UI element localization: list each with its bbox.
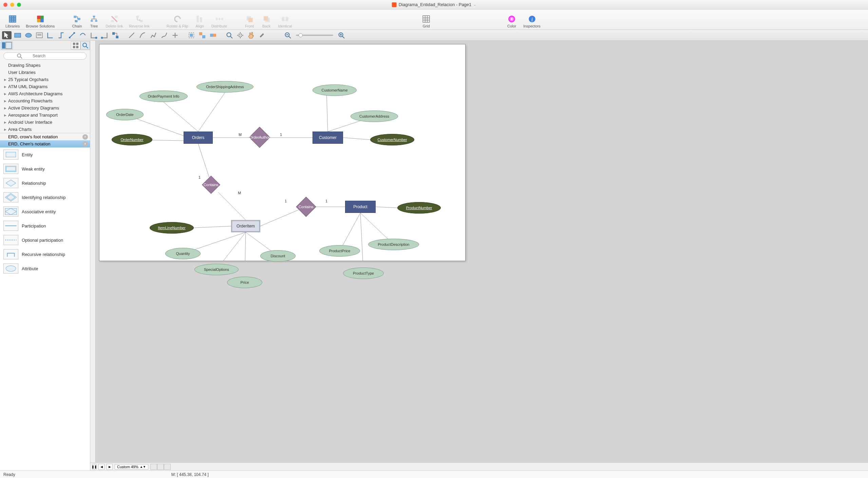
key-attribute-3[interactable]: ProductNumber <box>397 202 441 214</box>
line-tool-3[interactable] <box>149 31 158 39</box>
zoom-selector[interactable]: Custom 49%▲▼ <box>115 464 148 470</box>
relationship-contains1[interactable]: Contains <box>202 176 220 194</box>
library-accounting-flowcharts[interactable]: ▶Accounting Flowcharts <box>0 97 90 104</box>
toolbar-browse-solutions[interactable]: Browse Solutions <box>23 11 57 29</box>
entity-customer[interactable]: Customer <box>313 132 343 144</box>
minimize-button[interactable] <box>10 3 14 7</box>
attribute-6[interactable]: SpecialOptions <box>194 264 239 275</box>
stencil-attribute[interactable]: Attribute <box>0 261 90 276</box>
stencil-header[interactable]: ERD, crow's foot notation× <box>0 133 90 140</box>
grid-view-button[interactable] <box>71 41 80 49</box>
attribute-1[interactable]: OrderPayment Info <box>139 91 188 102</box>
stencil-identifying-relationship[interactable]: Identifying relationship <box>0 190 90 204</box>
toolbar-chain[interactable]: Chain <box>69 11 85 29</box>
library-android-user-interface[interactable]: ▶Android User Interface <box>0 119 90 126</box>
library-aws-architecture-diagrams[interactable]: ▶AWS Architecture Diagrams <box>0 90 90 97</box>
key-attribute-1[interactable]: CustomerNumber <box>370 134 414 145</box>
search-view-button[interactable] <box>80 41 90 49</box>
entity-product[interactable]: Product <box>345 201 376 213</box>
attribute-2[interactable]: OrderShippingAddress <box>196 81 253 93</box>
stencil-recursive-relationship[interactable]: Recursive relationship <box>0 247 90 261</box>
toolbar-inspectors[interactable]: iInspectors <box>521 11 543 29</box>
chevron-down-icon[interactable]: ⌄ <box>473 3 476 6</box>
svg-point-57 <box>227 33 231 37</box>
page-tab-1[interactable] <box>150 464 157 470</box>
connector-tool-6[interactable] <box>100 31 109 39</box>
group-tool-3[interactable] <box>208 31 218 39</box>
relationship-orderauthor[interactable]: OrderAuthor <box>249 127 270 148</box>
sidebar-toggle[interactable] <box>1 41 13 49</box>
line-tool-1[interactable] <box>127 31 136 39</box>
attribute-11[interactable]: ProductDescription <box>368 239 419 250</box>
attribute-8[interactable]: Discount <box>260 250 296 262</box>
line-tool-4[interactable] <box>159 31 169 39</box>
connector-tool-5[interactable] <box>89 31 98 39</box>
rect-tool[interactable] <box>13 31 22 39</box>
stencil-participation[interactable]: Participation <box>0 219 90 233</box>
svg-rect-52 <box>190 34 193 37</box>
toolbar-tree[interactable]: Tree <box>86 11 102 29</box>
zoom-slider[interactable] <box>296 35 333 36</box>
group-tool-1[interactable] <box>187 31 196 39</box>
stencil-entity[interactable]: Entity <box>0 147 90 162</box>
close-icon[interactable]: × <box>82 134 88 140</box>
stencil-optional-participation[interactable]: Optional participation <box>0 233 90 247</box>
stencil-relationship[interactable]: Relationship <box>0 176 90 190</box>
attribute-4[interactable]: CustomerAddress <box>351 111 398 122</box>
group-tool-2[interactable] <box>197 31 207 39</box>
weak-entity-orderitem[interactable]: OrderItem <box>231 220 260 232</box>
toolbar-grid[interactable]: Grid <box>418 11 434 29</box>
connector-tool-4[interactable] <box>78 31 88 39</box>
toolbar-color[interactable]: Color <box>504 11 520 29</box>
library-aerospace-and-transport[interactable]: ▶Aerospace and Transport <box>0 112 90 119</box>
nav-prev[interactable]: ▶ <box>107 464 113 470</box>
connector-tool-2[interactable] <box>56 31 66 39</box>
connector-tool-1[interactable] <box>45 31 55 39</box>
page-tab-2[interactable] <box>157 464 164 470</box>
eyedropper-tool[interactable] <box>257 31 267 39</box>
library-atm-uml-diagrams[interactable]: ▶ATM UML Diagrams <box>0 83 90 90</box>
stencil-header[interactable]: ERD, Chen's notation× <box>0 140 90 147</box>
library-drawing-shapes[interactable]: Drawing Shapes <box>0 62 90 69</box>
canvas-page[interactable]: OrdersCustomerProductOrderItemOrderAutho… <box>99 44 466 261</box>
search-box[interactable] <box>3 52 87 60</box>
library-active-directory-diagrams[interactable]: ▶Active Directory Diagrams <box>0 104 90 112</box>
pan-tool[interactable] <box>235 31 245 39</box>
key-attribute-2[interactable]: ItemLineNumber <box>150 222 194 234</box>
attribute-3[interactable]: CustomerName <box>313 84 357 96</box>
library-user-libraries[interactable]: User Libraries <box>0 69 90 76</box>
zoom-out-button[interactable] <box>283 31 293 39</box>
close-button[interactable] <box>3 3 7 7</box>
hand-tool[interactable] <box>246 31 256 39</box>
library--typical-orgcharts[interactable]: ▶25 Typical Orgcharts <box>0 76 90 83</box>
attribute-10[interactable]: ProductType <box>343 267 384 279</box>
connector-tool-7[interactable] <box>111 31 120 39</box>
text-tool[interactable] <box>35 31 44 39</box>
attribute-9[interactable]: ProductPrice <box>319 245 360 257</box>
line-tool-5[interactable] <box>170 31 180 39</box>
entity-orders[interactable]: Orders <box>184 132 213 144</box>
nav-first[interactable]: ◀ <box>98 464 105 470</box>
pointer-tool[interactable] <box>2 31 12 39</box>
line-tool-2[interactable] <box>138 31 147 39</box>
key-attribute-0[interactable]: OrderNumber <box>112 134 152 145</box>
main-toolbar: LibrariesBrowse SolutionsChainTreeDelete… <box>0 9 868 30</box>
library-area-charts[interactable]: ▶Area Charts <box>0 126 90 133</box>
pause-icon[interactable]: ❚❚ <box>92 464 96 470</box>
zoom-in-button[interactable] <box>337 31 346 39</box>
svg-rect-45 <box>74 32 75 34</box>
maximize-button[interactable] <box>17 3 21 7</box>
zoom-in-tool[interactable] <box>225 31 234 39</box>
stencil-weak-entity[interactable]: Weak entity <box>0 162 90 176</box>
connector-tool-3[interactable] <box>67 31 77 39</box>
search-input[interactable] <box>33 54 83 58</box>
page-tab-3[interactable] <box>164 464 171 470</box>
ellipse-tool[interactable] <box>24 31 33 39</box>
close-icon[interactable]: × <box>82 141 88 147</box>
toolbar-libraries[interactable]: Libraries <box>3 11 22 29</box>
stencil-associative-entity[interactable]: Associative entity <box>0 204 90 219</box>
attribute-0[interactable]: OrderDate <box>106 109 144 120</box>
attribute-5[interactable]: Quantity <box>165 248 201 259</box>
relationship-contains2[interactable]: Contains <box>296 197 316 217</box>
attribute-7[interactable]: Price <box>227 277 262 288</box>
